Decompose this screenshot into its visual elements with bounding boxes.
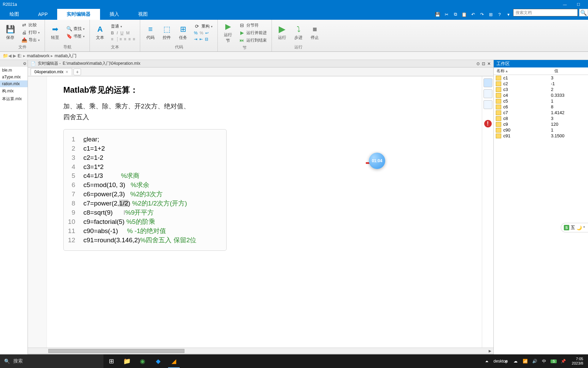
code-block[interactable]: 123456789101112 clear;c1=1+2c2=1-2c3=1*2…	[63, 129, 227, 251]
code-button[interactable]: 代码	[144, 24, 157, 41]
workspace-var-row[interactable]: c13	[494, 75, 588, 81]
run-section-button[interactable]: 运行 节	[221, 21, 235, 44]
col-value[interactable]: 值	[552, 68, 588, 74]
align-right-icon[interactable]: ≡	[133, 37, 135, 42]
workspace-var-row[interactable]: c9120	[494, 121, 588, 127]
file-item[interactable]: 构.mlx	[0, 87, 28, 95]
text-button[interactable]: 文本	[93, 24, 107, 41]
format-icon[interactable]: ⊟	[205, 37, 208, 42]
qat-dropdown-icon[interactable]: ▾	[505, 11, 512, 18]
path-drive[interactable]: E:	[16, 53, 23, 58]
file-item[interactable]: aType.mlx	[0, 74, 28, 80]
goto-button[interactable]: 转至	[48, 24, 62, 41]
tray-wifi-icon[interactable]: 📶	[522, 359, 528, 364]
tray-up-icon[interactable]: ∧	[503, 359, 509, 364]
task-button[interactable]: 任务	[176, 24, 190, 41]
editor-restore-icon[interactable]: ⊡	[482, 61, 485, 66]
file-item[interactable]: ration.mlx	[0, 80, 28, 87]
qat-help-icon[interactable]: ?	[496, 11, 503, 18]
tray-lang[interactable]: 中	[541, 358, 547, 364]
step-button[interactable]: 步进	[292, 24, 305, 41]
tray-pin-icon[interactable]: 📌	[560, 359, 566, 364]
ime-indicator[interactable]: S 五 🌙 °	[561, 223, 588, 232]
taskbar-search[interactable]: 🔍 搜索	[0, 354, 103, 368]
maximize-button[interactable]: ☐	[572, 2, 585, 7]
editor-menu-icon[interactable]: ⊙	[476, 61, 480, 66]
taskbar-clock[interactable]: 7:052023/8	[570, 357, 585, 366]
tab-view[interactable]: 视图	[129, 9, 157, 20]
path-seg-1[interactable]: matlabwork	[26, 53, 51, 58]
panel-menu-icon[interactable]: ⊙	[23, 61, 26, 66]
tab-app[interactable]: APP	[29, 9, 57, 20]
align-center-icon[interactable]: ≡	[128, 37, 131, 42]
editor-close-icon[interactable]: ✕	[487, 61, 491, 66]
workspace-var-row[interactable]: c913.1500	[494, 133, 588, 139]
style-normal[interactable]: 普通	[110, 23, 136, 30]
qat-layout-icon[interactable]: ⊞	[487, 11, 494, 18]
output-right-button[interactable]	[484, 89, 492, 98]
bookmark-button[interactable]: 🔖书签	[65, 33, 86, 40]
workspace-var-row[interactable]: c68	[494, 104, 588, 110]
qat-paste-icon[interactable]: 📋	[461, 11, 468, 18]
search-docs-input[interactable]: 搜索文档	[513, 9, 578, 16]
workspace-var-row[interactable]: c901	[494, 127, 588, 133]
stop-button[interactable]: 停止	[308, 24, 322, 41]
minimize-button[interactable]: —	[558, 2, 572, 6]
file-explorer-button[interactable]: 📁	[119, 354, 135, 368]
print-button[interactable]: 🖨打印	[20, 29, 41, 36]
export-button[interactable]: 📤导出	[20, 36, 41, 43]
tray-volume-icon[interactable]: 🔊	[532, 359, 538, 364]
tray-desktop[interactable]: desktop	[493, 359, 500, 364]
qat-save-icon[interactable]: 💾	[434, 11, 441, 18]
tab-insert[interactable]: 插入	[100, 9, 129, 20]
app-blue-button[interactable]: ◆	[150, 354, 166, 368]
find-button[interactable]: 🔍查找	[65, 25, 86, 32]
percent2-icon[interactable]: %	[200, 31, 203, 35]
add-tab-button[interactable]: +	[74, 68, 81, 75]
wrap-icon[interactable]: ↩	[205, 31, 209, 35]
tab-plot[interactable]: 绘图	[0, 9, 29, 20]
error-indicator-icon[interactable]: !	[484, 120, 492, 127]
align-left-icon[interactable]: ≡	[124, 37, 126, 42]
tab-close-icon[interactable]: ✕	[65, 70, 68, 74]
run-button[interactable]: 运行	[275, 24, 289, 41]
qat-cut-icon[interactable]: ✂	[443, 11, 450, 18]
matlab-button[interactable]: ◢	[166, 354, 182, 368]
code-text[interactable]: clear;c1=1+2c2=1-2c3=1*2c4=1/3 %求商c5=mod…	[79, 129, 200, 251]
run-advance-button[interactable]: ▶运行并前进	[238, 29, 268, 36]
search-button[interactable]: 🔍	[579, 9, 588, 16]
qat-redo-icon[interactable]: ↷	[478, 11, 485, 18]
tray-ime-icon[interactable]: S	[551, 359, 557, 363]
mono-button[interactable]: M	[126, 31, 130, 35]
run-to-end-button[interactable]: ⏭运行到结束	[238, 37, 268, 44]
qat-copy-icon[interactable]: ⧉	[452, 11, 459, 18]
workspace-var-row[interactable]: c51	[494, 98, 588, 104]
refactor-button[interactable]: ⟳重构	[193, 23, 214, 30]
browser-button[interactable]: ◉	[135, 354, 150, 368]
bold-button[interactable]: B	[111, 31, 114, 35]
task-view-button[interactable]: ⊞	[103, 354, 119, 368]
col-name[interactable]: 名称	[496, 68, 505, 73]
horizontal-scrollbar[interactable]: ▸	[28, 348, 493, 354]
compare-button[interactable]: ⇄比较	[20, 21, 41, 28]
list-bullet-icon[interactable]: ≡	[111, 37, 113, 42]
file-item[interactable]: 本运算.mlx	[0, 95, 28, 103]
indent-icon[interactable]: ⇥	[194, 37, 197, 42]
path-seg-2[interactable]: matlab入门	[53, 53, 78, 59]
output-inline-button[interactable]	[484, 78, 492, 87]
workspace-var-row[interactable]: c83	[494, 116, 588, 121]
underline-button[interactable]: U	[120, 31, 124, 35]
workspace-var-row[interactable]: c32	[494, 87, 588, 92]
tray-cloud-icon[interactable]: ☁	[512, 359, 519, 364]
workspace-var-row[interactable]: c40.3333	[494, 92, 588, 98]
italic-button[interactable]: I	[117, 31, 118, 35]
workspace-var-row[interactable]: c71.4142	[494, 110, 588, 116]
qat-undo-icon[interactable]: ↶	[470, 11, 476, 18]
list-number-icon[interactable]: ⋮≡	[115, 37, 122, 42]
editor-tab[interactable]: 04operation.mlx ✕	[31, 68, 72, 75]
tab-live-editor[interactable]: 实时编辑器	[57, 9, 100, 20]
timer-badge[interactable]: 01:04	[369, 153, 385, 169]
save-button[interactable]: 保存	[3, 24, 17, 41]
workspace-var-row[interactable]: c2-1	[494, 81, 588, 87]
outdent-icon[interactable]: ⇤	[199, 37, 203, 42]
